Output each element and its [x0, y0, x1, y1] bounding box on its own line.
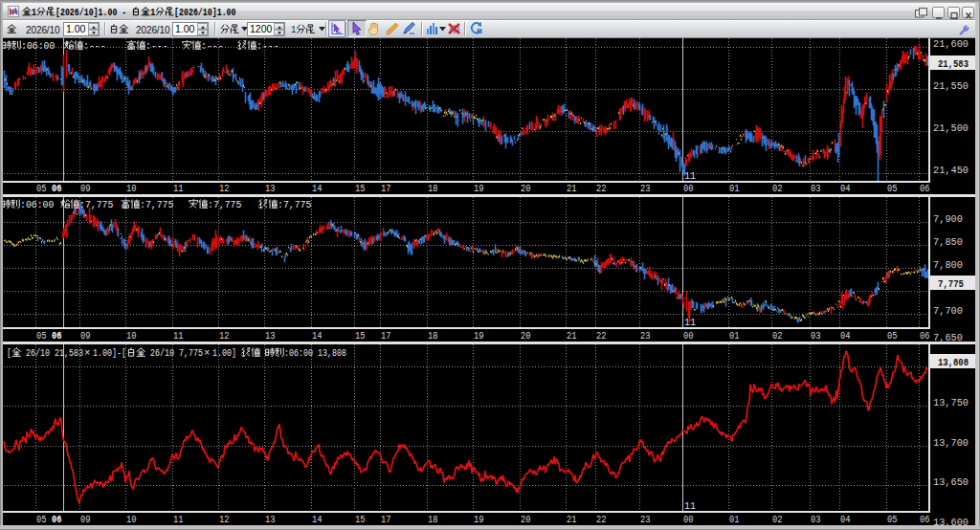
svg-text:20: 20	[521, 183, 531, 194]
svg-text:22: 22	[596, 514, 607, 525]
svg-text:13,808: 13,808	[938, 357, 969, 368]
svg-text:04: 04	[840, 330, 851, 342]
svg-text:09: 09	[80, 183, 91, 194]
svg-text:22: 22	[596, 183, 607, 194]
svg-text:1.00]: 1.00]	[212, 347, 241, 359]
svg-text::7,775: :7,775	[79, 199, 113, 210]
svg-text::7,775: :7,775	[278, 199, 311, 210]
svg-text:13,750: 13,750	[933, 397, 969, 409]
svg-text:00: 00	[683, 183, 694, 194]
svg-text:21: 21	[567, 514, 577, 525]
svg-text:×: ×	[84, 347, 90, 359]
svg-text:21,500: 21,500	[933, 122, 969, 134]
svg-text:17: 17	[381, 183, 391, 194]
svg-text:12: 12	[219, 330, 230, 342]
svg-text::7,775: :7,775	[140, 199, 173, 210]
svg-text:05: 05	[887, 183, 898, 194]
svg-text:19: 19	[474, 330, 484, 342]
svg-text:10: 10	[126, 330, 137, 342]
svg-text:15: 15	[355, 183, 366, 194]
svg-text:21: 21	[567, 183, 577, 194]
svg-text:10: 10	[126, 514, 137, 525]
svg-text:06: 06	[52, 514, 62, 525]
svg-text:05: 05	[36, 330, 47, 342]
svg-text:02: 02	[772, 514, 783, 525]
svg-text:02: 02	[772, 183, 783, 194]
svg-text:17: 17	[381, 330, 391, 342]
svg-text:1.00]-[: 1.00]-[	[93, 347, 126, 359]
svg-text:06: 06	[52, 330, 62, 342]
svg-text:18: 18	[428, 183, 438, 194]
svg-text:26/10 21,583: 26/10 21,583	[21, 347, 83, 359]
svg-text::06:00: :06:00	[21, 40, 55, 52]
svg-text:02: 02	[772, 330, 783, 342]
svg-text:22: 22	[596, 330, 607, 342]
svg-text:1: 1	[150, 8, 155, 18]
svg-text:11: 11	[684, 317, 696, 328]
svg-text:7,850: 7,850	[933, 236, 963, 248]
svg-text::---: :---	[201, 40, 224, 52]
svg-text:7,800: 7,800	[933, 259, 963, 271]
svg-text:05: 05	[36, 514, 47, 525]
svg-text:26/10 7,775: 26/10 7,775	[145, 347, 203, 359]
svg-text:06: 06	[920, 183, 930, 194]
svg-text:7,650: 7,650	[933, 332, 963, 343]
svg-text:21,600: 21,600	[933, 38, 969, 50]
svg-text:20: 20	[521, 330, 531, 342]
svg-text:06: 06	[920, 330, 930, 342]
svg-text:05: 05	[887, 514, 898, 525]
svg-text:04: 04	[840, 183, 851, 194]
svg-text:01: 01	[729, 330, 740, 342]
svg-text:11: 11	[684, 170, 696, 182]
svg-text:03: 03	[811, 183, 821, 194]
svg-text:05: 05	[36, 183, 47, 194]
svg-text:12: 12	[219, 183, 230, 194]
svg-text:15: 15	[355, 330, 366, 342]
svg-text:13: 13	[265, 330, 276, 342]
svg-text:00: 00	[683, 330, 694, 342]
svg-text::---: :---	[145, 40, 168, 52]
svg-text:23: 23	[640, 514, 651, 525]
svg-text:14: 14	[312, 514, 323, 525]
svg-text:11: 11	[684, 500, 696, 512]
svg-text:12: 12	[219, 514, 230, 525]
svg-text:09: 09	[80, 514, 91, 525]
svg-text:13: 13	[265, 183, 276, 194]
svg-text::06:00 13,808: :06:00 13,808	[284, 347, 346, 359]
svg-text:05: 05	[887, 330, 898, 342]
svg-text:1: 1	[291, 24, 296, 35]
svg-text:03: 03	[811, 514, 821, 525]
svg-text:21,450: 21,450	[933, 165, 969, 176]
svg-text:13: 13	[265, 514, 276, 525]
svg-text:1: 1	[32, 8, 36, 18]
svg-text:21: 21	[567, 330, 577, 342]
svg-text:21,583: 21,583	[938, 58, 969, 70]
svg-text:01: 01	[729, 514, 740, 525]
svg-text::---: :---	[83, 40, 106, 52]
svg-text:7,700: 7,700	[933, 305, 963, 317]
svg-text:18: 18	[428, 330, 438, 342]
svg-text:[: [	[7, 347, 11, 359]
svg-text:03: 03	[811, 330, 821, 342]
svg-text:14: 14	[312, 330, 323, 342]
svg-text::7,775: :7,775	[208, 199, 241, 210]
svg-text:R: R	[477, 27, 482, 35]
svg-text:23: 23	[640, 330, 651, 342]
svg-text:06: 06	[52, 183, 62, 194]
svg-text:00: 00	[683, 514, 694, 525]
svg-text:13,650: 13,650	[933, 476, 969, 488]
svg-text:19: 19	[474, 514, 484, 525]
svg-text:19: 19	[474, 183, 484, 194]
svg-text:23: 23	[640, 183, 651, 194]
svg-text:[2026/10]1.00: [2026/10]1.00	[174, 8, 235, 18]
svg-text:01: 01	[729, 183, 740, 194]
svg-text:21,550: 21,550	[933, 80, 969, 92]
svg-text:04: 04	[840, 514, 851, 525]
svg-text:×: ×	[204, 347, 210, 359]
svg-text:09: 09	[80, 330, 91, 342]
svg-text:06: 06	[920, 514, 930, 525]
svg-text:20: 20	[521, 514, 531, 525]
svg-text:10: 10	[126, 183, 137, 194]
svg-text::06:00: :06:00	[20, 199, 54, 210]
svg-text::---: :---	[256, 40, 279, 52]
